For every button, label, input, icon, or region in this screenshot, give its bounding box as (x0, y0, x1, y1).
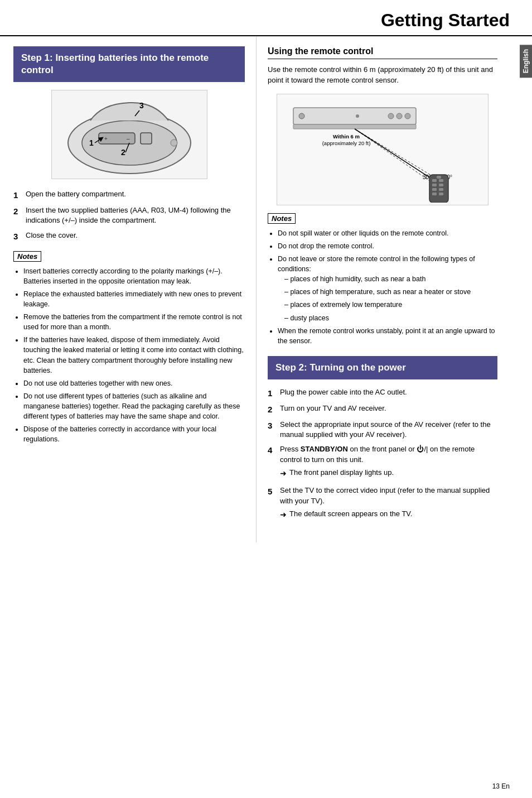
svg-rect-36 (437, 176, 441, 179)
svg-point-16 (388, 113, 394, 119)
step-number: 2 (13, 205, 26, 225)
arrow-icon: ➜ (280, 509, 287, 521)
svg-rect-35 (439, 193, 443, 195)
step2-step-4-arrow: ➜ The front panel display lights up. (268, 468, 497, 482)
page-title: Getting Started (0, 0, 532, 36)
left-column: Step 1: Inserting batteries into the rem… (0, 36, 257, 542)
main-content: Step 1: Inserting batteries into the rem… (0, 36, 532, 542)
step-text: Set the TV to the correct video input (r… (280, 485, 497, 506)
step2-steps-list: 1 Plug the power cable into the AC outle… (268, 387, 497, 522)
step-number: 2 (268, 403, 280, 415)
svg-rect-33 (439, 188, 443, 191)
step2-step-1: 1 Plug the power cable into the AC outle… (268, 387, 497, 399)
step1-heading: Step 1: Inserting batteries into the rem… (13, 46, 245, 82)
battery-image: 1 2 3 + – (51, 90, 207, 179)
svg-rect-30 (432, 184, 437, 186)
note-item: Replace the exhausted batteries immediat… (23, 289, 245, 309)
arrow-text: The default screen appears on the TV. (289, 509, 412, 519)
svg-text:1: 1 (89, 138, 94, 147)
step-number: 1 (268, 387, 280, 399)
standby-bold: STANDBY/ON (301, 445, 348, 453)
svg-text:Within 6 m: Within 6 m (333, 133, 360, 140)
sub-note-4: dusty places (284, 313, 497, 323)
step2-step-5-arrow: ➜ The default screen appears on the TV. (268, 509, 497, 523)
note-item: Insert batteries correctly according to … (23, 266, 245, 286)
step1-steps-list: 1 Open the battery compartment. 2 Insert… (13, 189, 245, 242)
svg-rect-34 (432, 193, 437, 195)
svg-text:+: + (104, 136, 108, 142)
svg-point-12 (171, 140, 177, 146)
svg-rect-28 (432, 179, 437, 182)
arrow-text: The front panel display lights up. (289, 468, 394, 478)
step-text: Select the appropriate input source of t… (280, 420, 497, 440)
svg-text:3: 3 (139, 101, 144, 110)
remote-note-2: Do not drop the remote control. (278, 241, 497, 251)
battery-svg: 1 2 3 + – (52, 90, 207, 179)
step2-step-3: 3 Select the appropriate input source of… (268, 420, 497, 440)
step1-step-3: 3 Close the cover. (13, 230, 245, 242)
remote-diagram-svg: Within 6 m (approximately 20 ft) 30° 30° (282, 97, 483, 203)
svg-rect-19 (293, 124, 416, 129)
note-item: Remove the batteries from the compartmen… (23, 312, 245, 332)
right-column: Using the remote control Use the remote … (257, 36, 520, 542)
remote-notes: Notes Do not spill water or other liquid… (268, 213, 497, 346)
svg-text:–: – (127, 136, 130, 142)
remote-control-desc: Use the remote control within 6 m (appro… (268, 65, 497, 86)
page-number: 13 En (492, 782, 510, 790)
svg-text:(approximately 20 ft): (approximately 20 ft) (322, 140, 371, 146)
svg-point-15 (356, 114, 359, 118)
step1-step-1: 1 Open the battery compartment. (13, 189, 245, 201)
svg-point-14 (299, 113, 304, 119)
step-number: 3 (13, 230, 26, 242)
step-text: Press STANDBY/ON on the front panel or ⏻… (280, 444, 497, 464)
sub-note-1: places of high humidity, such as near a … (284, 274, 497, 284)
arrow-icon: ➜ (280, 468, 287, 479)
sub-note-3: places of extremely low temperature (284, 300, 497, 310)
page: English Getting Started Step 1: Insertin… (0, 0, 532, 798)
step-text: Plug the power cable into the AC outlet. (280, 387, 407, 399)
step-number: 1 (13, 189, 26, 201)
step-text: Open the battery compartment. (26, 189, 126, 201)
sub-note-2: places of high temperature, such as near… (284, 287, 497, 297)
svg-rect-3 (141, 133, 152, 144)
note-item: Dispose of the batteries correctly in ac… (23, 424, 245, 444)
svg-point-18 (405, 113, 410, 119)
arrow-item: ➜ The default screen appears on the TV. (280, 509, 412, 521)
remote-diagram: Within 6 m (approximately 20 ft) 30° 30° (277, 94, 489, 205)
step2-step-4: 4 Press STANDBY/ON on the front panel or… (268, 444, 497, 464)
notes-label: Notes (13, 251, 41, 262)
remote-sub-notes: places of high humidity, such as near a … (278, 274, 497, 323)
step2-heading: Step 2: Turning on the power (268, 356, 497, 379)
note-item: Do not use old batteries together with n… (23, 378, 245, 388)
arrow-item: ➜ The front panel display lights up. (280, 468, 394, 479)
step-number: 4 (268, 444, 280, 464)
step-number: 5 (268, 485, 280, 506)
remote-note-1: Do not spill water or other liquids on t… (278, 228, 497, 238)
svg-text:2: 2 (121, 148, 125, 157)
step1-notes-list: Insert batteries correctly according to … (13, 266, 245, 445)
remote-note-4: When the remote control works unstably, … (278, 326, 497, 346)
step-text: Turn on your TV and AV receiver. (280, 403, 386, 415)
step-text: Close the cover. (26, 230, 78, 242)
remote-note-3: Do not leave or store the remote control… (278, 254, 497, 323)
note-item: If the batteries have leaked, dispose of… (23, 335, 245, 376)
svg-line-22 (355, 129, 433, 183)
english-tab: English (520, 45, 532, 78)
remote-control-heading: Using the remote control (268, 46, 497, 59)
notes-label-remote: Notes (268, 213, 296, 224)
step-number: 3 (268, 420, 280, 440)
svg-rect-32 (432, 188, 437, 191)
step1-notes: Notes Insert batteries correctly accordi… (13, 251, 245, 445)
svg-rect-31 (439, 184, 443, 186)
note-item: Do not use different types of batteries … (23, 391, 245, 421)
step2-step-5: 5 Set the TV to the correct video input … (268, 485, 497, 506)
svg-rect-29 (439, 179, 443, 182)
remote-diagram-svg-container: Within 6 m (approximately 20 ft) 30° 30° (277, 94, 488, 205)
step1-step-2: 2 Insert the two supplied batteries (AAA… (13, 205, 245, 225)
step2-step-2: 2 Turn on your TV and AV receiver. (268, 403, 497, 415)
battery-diagram-svg: 1 2 3 + – (57, 93, 202, 176)
remote-notes-list: Do not spill water or other liquids on t… (268, 228, 497, 346)
step-text: Insert the two supplied batteries (AAA, … (26, 205, 245, 225)
svg-point-17 (396, 113, 402, 119)
